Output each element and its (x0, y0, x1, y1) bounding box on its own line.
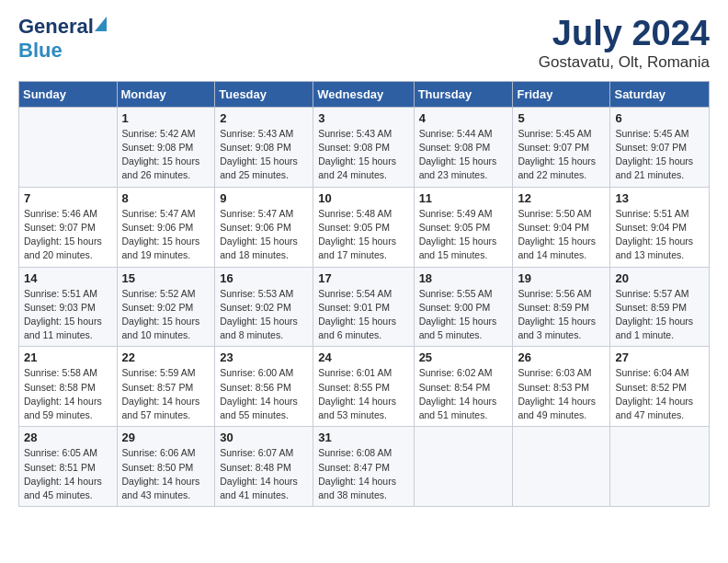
table-row: 17Sunrise: 5:54 AM Sunset: 9:01 PM Dayli… (313, 267, 414, 347)
day-number: 9 (220, 191, 308, 205)
col-wednesday: Wednesday (313, 81, 414, 107)
day-info: Sunrise: 5:50 AM Sunset: 9:04 PM Dayligh… (518, 207, 605, 263)
calendar-week-row: 7Sunrise: 5:46 AM Sunset: 9:07 PM Daylig… (19, 187, 710, 267)
table-row: 3Sunrise: 5:43 AM Sunset: 9:08 PM Daylig… (313, 107, 414, 187)
day-number: 7 (24, 191, 112, 205)
day-number: 22 (122, 350, 210, 364)
day-info: Sunrise: 6:02 AM Sunset: 8:54 PM Dayligh… (419, 366, 508, 422)
day-number: 5 (518, 111, 605, 125)
day-info: Sunrise: 6:00 AM Sunset: 8:56 PM Dayligh… (220, 366, 308, 422)
day-number: 18 (419, 271, 508, 285)
table-row: 14Sunrise: 5:51 AM Sunset: 9:03 PM Dayli… (19, 267, 118, 347)
col-friday: Friday (513, 81, 610, 107)
table-row: 25Sunrise: 6:02 AM Sunset: 8:54 PM Dayli… (414, 347, 513, 427)
table-row: 8Sunrise: 5:47 AM Sunset: 9:06 PM Daylig… (117, 187, 215, 267)
logo-general: General (18, 15, 94, 39)
day-number: 24 (318, 350, 408, 364)
day-info: Sunrise: 5:51 AM Sunset: 9:03 PM Dayligh… (24, 287, 112, 343)
table-row: 30Sunrise: 6:07 AM Sunset: 8:48 PM Dayli… (215, 427, 313, 507)
table-row: 5Sunrise: 5:45 AM Sunset: 9:07 PM Daylig… (513, 107, 610, 187)
day-info: Sunrise: 5:59 AM Sunset: 8:57 PM Dayligh… (122, 366, 210, 422)
day-number: 17 (318, 271, 408, 285)
day-number: 29 (122, 431, 210, 444)
calendar-title: July 2024 (539, 15, 710, 53)
table-row: 10Sunrise: 5:48 AM Sunset: 9:05 PM Dayli… (313, 187, 414, 267)
day-info: Sunrise: 5:44 AM Sunset: 9:08 PM Dayligh… (419, 127, 508, 183)
day-info: Sunrise: 5:42 AM Sunset: 9:08 PM Dayligh… (122, 127, 210, 183)
day-number: 25 (419, 350, 508, 364)
calendar-week-row: 1Sunrise: 5:42 AM Sunset: 9:08 PM Daylig… (19, 107, 710, 187)
table-row: 24Sunrise: 6:01 AM Sunset: 8:55 PM Dayli… (313, 347, 414, 427)
day-info: Sunrise: 6:03 AM Sunset: 8:53 PM Dayligh… (518, 366, 605, 422)
day-info: Sunrise: 5:43 AM Sunset: 9:08 PM Dayligh… (318, 127, 408, 183)
table-row: 12Sunrise: 5:50 AM Sunset: 9:04 PM Dayli… (513, 187, 610, 267)
day-info: Sunrise: 5:56 AM Sunset: 8:59 PM Dayligh… (518, 287, 605, 343)
day-info: Sunrise: 6:01 AM Sunset: 8:55 PM Dayligh… (318, 366, 408, 422)
col-monday: Monday (117, 81, 215, 107)
day-info: Sunrise: 6:05 AM Sunset: 8:51 PM Dayligh… (24, 446, 112, 502)
day-number: 27 (615, 350, 704, 364)
day-info: Sunrise: 5:57 AM Sunset: 8:59 PM Dayligh… (615, 287, 704, 343)
table-row: 21Sunrise: 5:58 AM Sunset: 8:58 PM Dayli… (19, 347, 118, 427)
day-info: Sunrise: 6:06 AM Sunset: 8:50 PM Dayligh… (122, 446, 210, 502)
calendar-table: Sunday Monday Tuesday Wednesday Thursday… (18, 81, 710, 507)
day-number: 1 (122, 111, 210, 125)
day-info: Sunrise: 6:04 AM Sunset: 8:52 PM Dayligh… (615, 366, 704, 422)
table-row: 22Sunrise: 5:59 AM Sunset: 8:57 PM Dayli… (117, 347, 215, 427)
day-number: 3 (318, 111, 408, 125)
col-saturday: Saturday (610, 81, 710, 107)
day-number: 13 (615, 191, 704, 205)
table-row: 9Sunrise: 5:47 AM Sunset: 9:06 PM Daylig… (215, 187, 313, 267)
table-row (610, 427, 710, 507)
day-info: Sunrise: 5:45 AM Sunset: 9:07 PM Dayligh… (615, 127, 704, 183)
table-row: 1Sunrise: 5:42 AM Sunset: 9:08 PM Daylig… (117, 107, 215, 187)
day-number: 15 (122, 271, 210, 285)
day-number: 23 (220, 350, 308, 364)
day-info: Sunrise: 5:45 AM Sunset: 9:07 PM Dayligh… (518, 127, 605, 183)
day-info: Sunrise: 5:55 AM Sunset: 9:00 PM Dayligh… (419, 287, 508, 343)
day-info: Sunrise: 5:43 AM Sunset: 9:08 PM Dayligh… (220, 127, 308, 183)
table-row: 15Sunrise: 5:52 AM Sunset: 9:02 PM Dayli… (117, 267, 215, 347)
table-row (513, 427, 610, 507)
day-number: 31 (318, 431, 408, 444)
day-number: 28 (24, 431, 112, 444)
day-number: 26 (518, 350, 605, 364)
table-row (414, 427, 513, 507)
calendar-week-row: 28Sunrise: 6:05 AM Sunset: 8:51 PM Dayli… (19, 427, 710, 507)
table-row: 23Sunrise: 6:00 AM Sunset: 8:56 PM Dayli… (215, 347, 313, 427)
day-number: 11 (419, 191, 508, 205)
day-number: 19 (518, 271, 605, 285)
day-info: Sunrise: 5:47 AM Sunset: 9:06 PM Dayligh… (220, 207, 308, 263)
table-row: 31Sunrise: 6:08 AM Sunset: 8:47 PM Dayli… (313, 427, 414, 507)
day-info: Sunrise: 5:46 AM Sunset: 9:07 PM Dayligh… (24, 207, 112, 263)
logo-blue: Blue (18, 39, 63, 63)
table-row: 6Sunrise: 5:45 AM Sunset: 9:07 PM Daylig… (610, 107, 710, 187)
day-info: Sunrise: 5:58 AM Sunset: 8:58 PM Dayligh… (24, 366, 112, 422)
table-row: 19Sunrise: 5:56 AM Sunset: 8:59 PM Dayli… (513, 267, 610, 347)
calendar-subtitle: Gostavatu, Olt, Romania (539, 53, 710, 72)
day-number: 16 (220, 271, 308, 285)
logo: General Blue (18, 15, 107, 63)
table-row: 27Sunrise: 6:04 AM Sunset: 8:52 PM Dayli… (610, 347, 710, 427)
day-number: 12 (518, 191, 605, 205)
day-info: Sunrise: 5:53 AM Sunset: 9:02 PM Dayligh… (220, 287, 308, 343)
table-row: 11Sunrise: 5:49 AM Sunset: 9:05 PM Dayli… (414, 187, 513, 267)
day-info: Sunrise: 6:08 AM Sunset: 8:47 PM Dayligh… (318, 446, 408, 502)
day-number: 20 (615, 271, 704, 285)
day-info: Sunrise: 5:48 AM Sunset: 9:05 PM Dayligh… (318, 207, 408, 263)
day-number: 4 (419, 111, 508, 125)
title-block: July 2024 Gostavatu, Olt, Romania (539, 15, 710, 72)
table-row: 28Sunrise: 6:05 AM Sunset: 8:51 PM Dayli… (19, 427, 118, 507)
day-info: Sunrise: 5:47 AM Sunset: 9:06 PM Dayligh… (122, 207, 210, 263)
table-row: 18Sunrise: 5:55 AM Sunset: 9:00 PM Dayli… (414, 267, 513, 347)
table-row: 13Sunrise: 5:51 AM Sunset: 9:04 PM Dayli… (610, 187, 710, 267)
day-number: 21 (24, 350, 112, 364)
day-number: 14 (24, 271, 112, 285)
day-number: 30 (220, 431, 308, 444)
day-number: 6 (615, 111, 704, 125)
day-number: 10 (318, 191, 408, 205)
table-row: 4Sunrise: 5:44 AM Sunset: 9:08 PM Daylig… (414, 107, 513, 187)
col-sunday: Sunday (19, 81, 118, 107)
table-row: 7Sunrise: 5:46 AM Sunset: 9:07 PM Daylig… (19, 187, 118, 267)
day-info: Sunrise: 5:52 AM Sunset: 9:02 PM Dayligh… (122, 287, 210, 343)
